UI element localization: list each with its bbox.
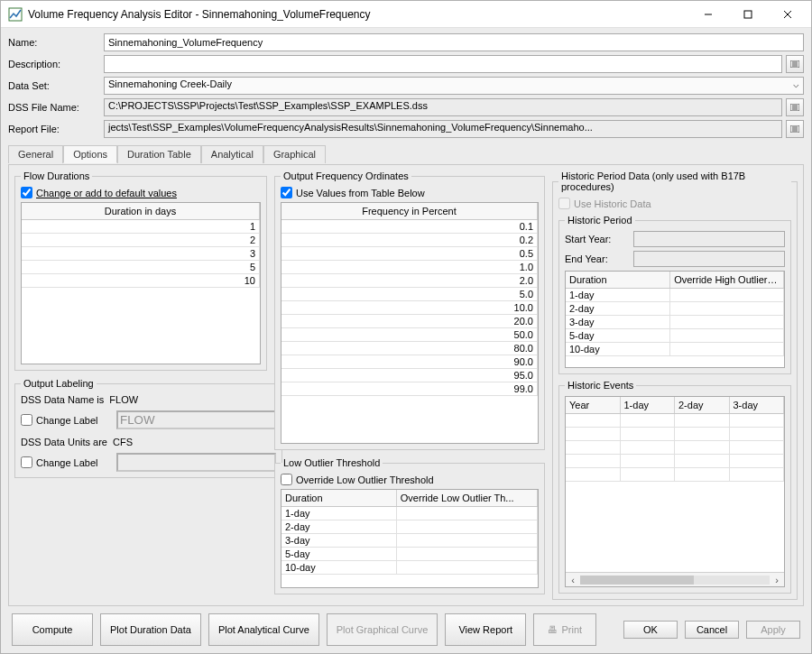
- name-input[interactable]: [104, 33, 804, 51]
- table-row[interactable]: 1-day: [281, 507, 397, 520]
- dataset-select[interactable]: Sinnemahoning Creek-Daily: [104, 77, 804, 95]
- table-row[interactable]: [397, 548, 538, 560]
- flow-durations-grid[interactable]: Duration in days 1 2 3 5 10: [21, 202, 261, 364]
- table-row[interactable]: [675, 468, 730, 481]
- minimize-button[interactable]: [688, 2, 728, 27]
- change-default-checkbox-input[interactable]: [21, 187, 32, 198]
- tab-options[interactable]: Options: [63, 145, 117, 163]
- chevron-left-icon[interactable]: ‹: [566, 575, 580, 585]
- maximize-button[interactable]: [728, 2, 768, 27]
- table-row[interactable]: [621, 455, 676, 467]
- table-row[interactable]: 10-day: [566, 343, 670, 355]
- table-row[interactable]: 2-day: [281, 520, 397, 533]
- table-row[interactable]: 50.0: [281, 328, 538, 341]
- change-name-checkbox[interactable]: Change Label: [21, 414, 111, 426]
- table-row[interactable]: [670, 329, 784, 342]
- change-units-checkbox[interactable]: Change Label: [21, 456, 111, 468]
- table-row[interactable]: 3-day: [566, 316, 670, 328]
- table-row[interactable]: [670, 316, 784, 328]
- table-row[interactable]: [621, 414, 676, 427]
- table-row[interactable]: 80.0: [281, 342, 538, 355]
- table-row[interactable]: [730, 455, 785, 467]
- table-row[interactable]: 5-day: [566, 329, 670, 342]
- override-low-outlier-checkbox[interactable]: Override Low Outlier Threshold: [281, 474, 539, 485]
- tab-graphical[interactable]: Graphical: [263, 145, 326, 163]
- table-row[interactable]: 10: [22, 274, 260, 287]
- table-row[interactable]: [397, 507, 538, 520]
- table-row[interactable]: 10-day: [281, 561, 397, 574]
- tab-analytical[interactable]: Analytical: [201, 145, 263, 163]
- change-name-checkbox-input[interactable]: [21, 414, 32, 426]
- low-outlier-grid[interactable]: Duration Override Low Outlier Th... 1-da…: [281, 489, 539, 588]
- table-row[interactable]: 3-day: [281, 534, 397, 547]
- table-row[interactable]: [397, 561, 538, 574]
- table-row[interactable]: 90.0: [281, 355, 538, 368]
- table-row[interactable]: [730, 441, 785, 454]
- output-labeling-group: Output Labeling DSS Data Name is FLOW Ch…: [14, 378, 282, 478]
- change-units-checkbox-input[interactable]: [21, 456, 32, 468]
- table-row[interactable]: [566, 428, 621, 440]
- table-row[interactable]: [566, 468, 621, 481]
- dssfile-browse-button[interactable]: [786, 98, 804, 116]
- table-row[interactable]: 2.0: [281, 274, 538, 287]
- historic-period-grid[interactable]: Duration Override High Outlier Thr... 1-…: [565, 271, 785, 368]
- table-row[interactable]: 1.0: [281, 261, 538, 273]
- table-row[interactable]: [670, 302, 784, 315]
- table-row[interactable]: [566, 455, 621, 467]
- table-row[interactable]: [566, 414, 621, 427]
- chevron-right-icon[interactable]: ›: [770, 575, 784, 585]
- historic-events-scrollbar[interactable]: ‹ ›: [566, 572, 784, 586]
- table-row[interactable]: 2: [22, 234, 260, 246]
- change-units-field: [116, 453, 276, 472]
- table-row[interactable]: [730, 414, 785, 427]
- table-row[interactable]: [566, 441, 621, 454]
- description-expand-button[interactable]: [786, 55, 804, 73]
- change-default-checkbox[interactable]: Change or add to default values: [21, 187, 261, 198]
- table-row[interactable]: [621, 468, 676, 481]
- cancel-button[interactable]: Cancel: [685, 621, 739, 639]
- reportfile-browse-button[interactable]: [786, 120, 804, 138]
- table-row[interactable]: [397, 520, 538, 533]
- description-input[interactable]: [104, 55, 782, 73]
- table-row[interactable]: 1: [22, 220, 260, 233]
- dssfile-label: DSS File Name:: [8, 102, 98, 113]
- tab-duration-table[interactable]: Duration Table: [117, 145, 201, 163]
- table-row[interactable]: [397, 534, 538, 547]
- table-row[interactable]: [675, 441, 730, 454]
- table-row[interactable]: 10.0: [281, 301, 538, 314]
- compute-button[interactable]: Compute: [12, 613, 93, 646]
- plot-analytical-button[interactable]: Plot Analytical Curve: [208, 613, 319, 646]
- table-row[interactable]: [670, 343, 784, 355]
- tab-general[interactable]: General: [8, 145, 63, 163]
- output-frequency-grid[interactable]: Frequency in Percent 0.1 0.2 0.5 1.0 2.0…: [281, 202, 539, 444]
- table-row[interactable]: 99.0: [281, 382, 538, 395]
- table-row[interactable]: 95.0: [281, 369, 538, 382]
- table-row[interactable]: 1-day: [566, 289, 670, 301]
- table-row[interactable]: 0.2: [281, 234, 538, 246]
- close-button[interactable]: [768, 2, 807, 27]
- table-row[interactable]: [621, 428, 676, 440]
- table-row[interactable]: 0.1: [281, 220, 538, 233]
- table-row[interactable]: [675, 455, 730, 467]
- use-values-checkbox-input[interactable]: [281, 187, 292, 198]
- table-row[interactable]: 0.5: [281, 247, 538, 260]
- historic-events-grid[interactable]: Year 1-day 2-day 3-day: [565, 396, 785, 587]
- use-values-checkbox[interactable]: Use Values from Table Below: [281, 187, 539, 198]
- plot-duration-button[interactable]: Plot Duration Data: [100, 613, 201, 646]
- table-row[interactable]: 5: [22, 261, 260, 273]
- table-row[interactable]: 5-day: [281, 548, 397, 560]
- table-row[interactable]: [675, 428, 730, 440]
- table-row[interactable]: [730, 428, 785, 440]
- table-row[interactable]: 20.0: [281, 315, 538, 327]
- table-row[interactable]: [675, 414, 730, 427]
- app-icon: [8, 7, 23, 22]
- table-row[interactable]: [621, 441, 676, 454]
- view-report-button[interactable]: View Report: [445, 613, 526, 646]
- table-row[interactable]: [730, 468, 785, 481]
- ok-button[interactable]: OK: [623, 621, 678, 639]
- override-low-outlier-checkbox-input[interactable]: [281, 474, 292, 485]
- table-row[interactable]: 2-day: [566, 302, 670, 315]
- table-row[interactable]: 3: [22, 247, 260, 260]
- table-row[interactable]: 5.0: [281, 288, 538, 300]
- table-row[interactable]: [670, 289, 784, 301]
